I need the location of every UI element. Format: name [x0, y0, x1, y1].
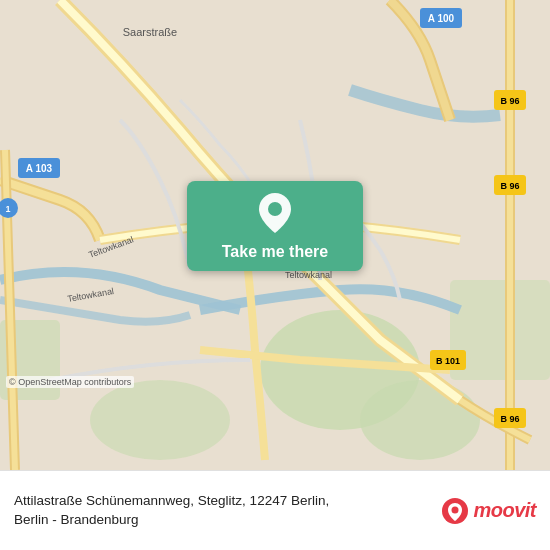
svg-point-2: [360, 380, 480, 460]
svg-point-4: [90, 380, 230, 460]
bottom-bar: Attilastraße Schünemannweg, Steglitz, 12…: [0, 470, 550, 550]
location-pin-icon: [259, 193, 291, 236]
moovit-logo-text: moovit: [473, 499, 536, 522]
svg-text:B 96: B 96: [500, 414, 519, 424]
svg-text:Teltowkanal: Teltowkanal: [285, 270, 332, 280]
moovit-logo: moovit: [441, 497, 536, 525]
address-line2: Berlin - Brandenburg: [14, 512, 139, 527]
moovit-pin-icon: [441, 497, 469, 525]
address-text: Attilastraße Schünemannweg, Steglitz, 12…: [14, 492, 431, 530]
take-me-there-button[interactable]: Take me there: [187, 181, 363, 271]
address-line1: Attilastraße Schünemannweg, Steglitz, 12…: [14, 493, 329, 508]
svg-point-28: [268, 202, 282, 216]
svg-text:B 101: B 101: [436, 356, 460, 366]
svg-text:Saarstraße: Saarstraße: [123, 26, 177, 38]
take-me-there-label: Take me there: [222, 243, 328, 261]
svg-text:A 100: A 100: [428, 13, 455, 24]
svg-text:B 96: B 96: [500, 96, 519, 106]
svg-text:B 96: B 96: [500, 181, 519, 191]
svg-text:1: 1: [5, 204, 10, 214]
svg-text:A 103: A 103: [26, 163, 53, 174]
map-container: A 100 A 103 B 96 B 96 B 96 B 101 1 Saars…: [0, 0, 550, 470]
osm-credit: © OpenStreetMap contributors: [6, 376, 134, 388]
svg-point-30: [452, 506, 459, 513]
